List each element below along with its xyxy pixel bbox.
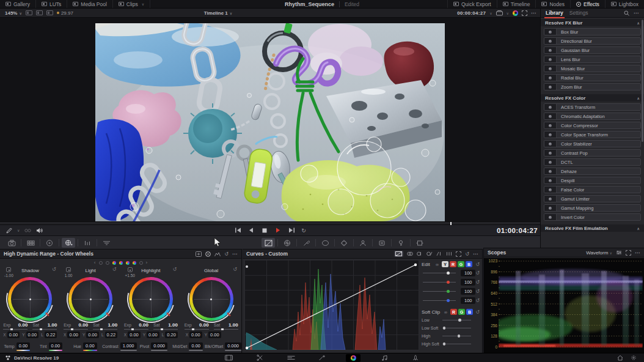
page-cut-button[interactable] — [252, 354, 267, 362]
wheel-x-value[interactable]: X0.00 — [124, 331, 141, 338]
slider-handle[interactable] — [443, 342, 446, 345]
go-to-end-button[interactable] — [288, 227, 295, 234]
gang-link-icon[interactable]: ∞ — [436, 262, 439, 267]
page-fairlight-button[interactable] — [377, 354, 392, 362]
tab-settings[interactable]: Settings — [569, 10, 588, 16]
wheel-reset-icon[interactable]: ↺ — [112, 267, 117, 272]
hue-vs-sat-icon[interactable] — [417, 251, 423, 256]
hdr-field-value[interactable]: 0.000 — [151, 342, 167, 351]
library-effect-item[interactable]: Zoom Blur — [544, 83, 641, 90]
go-to-start-button[interactable] — [234, 227, 241, 234]
hdr-field-value[interactable]: 0.00 — [49, 342, 63, 351]
motion-effects-palette-icon[interactable] — [100, 238, 113, 248]
library-effect-item[interactable]: Lens Blur — [544, 56, 641, 63]
hue-vs-lum-icon[interactable] — [426, 251, 433, 256]
pager-dot-active[interactable] — [112, 261, 116, 265]
softclip-slider[interactable] — [442, 320, 471, 320]
more-options-icon[interactable]: ⋯ — [531, 10, 536, 16]
channel-chip[interactable]: B — [466, 261, 472, 267]
reset-icon[interactable]: ↺ — [475, 270, 480, 276]
reset-icon[interactable]: ↺ — [475, 289, 480, 294]
curve-channel-slider[interactable]: 100 ↺ — [422, 268, 480, 278]
library-scrollbar[interactable] — [642, 20, 643, 142]
color-viewer-mode-icon[interactable] — [513, 10, 518, 16]
lum-vs-sat-icon[interactable] — [436, 251, 442, 256]
expand-panel-icon[interactable] — [626, 250, 631, 256]
slider-handle[interactable] — [447, 272, 450, 275]
softclip-slider[interactable] — [442, 328, 471, 328]
saturation-slider[interactable]: Sat1.00 — [93, 323, 117, 331]
wheel-y-value[interactable]: Y0.00 — [82, 331, 99, 338]
wheel-lum-value[interactable]: L0.22 — [101, 331, 117, 338]
page-color-button[interactable] — [346, 354, 360, 362]
color-wheel[interactable] — [189, 277, 233, 321]
slider-value[interactable]: 100 — [461, 288, 475, 295]
pager-next-icon[interactable]: › — [146, 260, 148, 265]
hdr-field-value[interactable]: 0.00 — [189, 342, 203, 351]
wheel-center-dot[interactable] — [29, 298, 31, 300]
zone-range-badge[interactable]: 1.00 — [65, 267, 73, 277]
pager-dot[interactable] — [139, 261, 143, 265]
exposure-slider[interactable]: Exp0.00 — [124, 323, 148, 331]
scope-settings-icon[interactable] — [616, 250, 622, 255]
library-effect-item[interactable]: DCTL — [544, 158, 641, 166]
page-edit-button[interactable] — [284, 354, 298, 362]
library-effect-item[interactable]: Color Compressor — [544, 122, 641, 129]
slider-handle[interactable] — [458, 334, 461, 338]
camera-raw-palette-icon[interactable] — [5, 238, 18, 248]
stop-button[interactable] — [261, 227, 268, 234]
color-wheel-field[interactable] — [192, 280, 230, 318]
slider-handle[interactable] — [447, 281, 450, 284]
topbar-button[interactable]: Quick Export — [447, 0, 497, 8]
pager-dot[interactable] — [99, 261, 103, 265]
histogram-mode-icon[interactable] — [214, 251, 221, 257]
wheel-reset-icon[interactable]: ↺ — [52, 267, 56, 272]
loop-button[interactable]: ↻ — [301, 227, 306, 234]
section-header-color[interactable]: Resolve FX Color ∧ — [541, 94, 644, 102]
page-fusion-button[interactable] — [315, 354, 329, 362]
slider-handle[interactable] — [443, 327, 446, 330]
color-wheel-field[interactable] — [11, 280, 49, 318]
library-effect-item[interactable]: Gamut Limiter — [544, 195, 641, 202]
zone-range-badge[interactable]: +1.50 — [125, 267, 135, 277]
wheel-center-dot[interactable] — [150, 298, 152, 300]
slider-handle[interactable] — [447, 299, 450, 302]
color-wheel-field[interactable] — [132, 280, 170, 318]
library-effect-item[interactable]: Gaussian Blur — [544, 46, 641, 54]
pager-dot-active[interactable] — [133, 261, 136, 265]
wheel-y-value[interactable]: Y0.00 — [143, 331, 159, 338]
color-wheels-palette-icon[interactable] — [43, 238, 56, 248]
wheel-y-value[interactable]: Y0.00 — [22, 331, 38, 338]
exposure-slider[interactable]: Exp0.00 — [185, 323, 209, 331]
library-effect-item[interactable]: Chromatic Adaptation — [544, 113, 641, 120]
topbar-button[interactable]: Clips — [113, 0, 150, 8]
topbar-button[interactable]: Timeline — [497, 0, 536, 8]
key-palette-icon[interactable] — [394, 238, 408, 248]
channel-chip[interactable]: Y — [442, 261, 448, 267]
reset-panel-icon[interactable]: ↺ — [224, 251, 229, 257]
power-window-palette-icon[interactable] — [318, 238, 332, 248]
pager-dot-active[interactable] — [126, 261, 130, 265]
wheel-center-dot[interactable] — [90, 298, 92, 300]
pager-dot-active[interactable] — [119, 261, 123, 265]
hdr-palette-icon[interactable] — [62, 238, 75, 248]
topbar-button[interactable]: Effects — [570, 0, 605, 8]
channel-chip[interactable]: R — [450, 309, 457, 315]
library-effect-item[interactable]: Gamut Mapping — [544, 204, 641, 212]
wheel-lum-value[interactable]: L0.20 — [162, 331, 178, 338]
softclip-slider[interactable] — [442, 344, 471, 344]
grab-still-icon[interactable] — [496, 10, 503, 16]
add-zone-icon[interactable] — [196, 251, 202, 257]
reset-icon[interactable]: ↺ — [475, 279, 480, 285]
topbar-button[interactable]: Lightbox — [605, 0, 644, 8]
viewer-stage[interactable] — [0, 18, 540, 221]
color-wheel[interactable] — [68, 277, 112, 321]
color-warper-palette-icon[interactable] — [280, 238, 294, 248]
rgb-mixer-palette-icon[interactable] — [81, 238, 94, 248]
reset-icon[interactable]: ↺ — [475, 309, 480, 315]
channel-chip[interactable]: R — [450, 261, 456, 267]
channel-chip[interactable]: G — [458, 309, 465, 315]
hdr-field-value[interactable]: 0.000 — [225, 342, 241, 351]
curve-graph[interactable] — [244, 260, 419, 350]
chevron-down-icon[interactable]: ∨ — [507, 11, 509, 15]
